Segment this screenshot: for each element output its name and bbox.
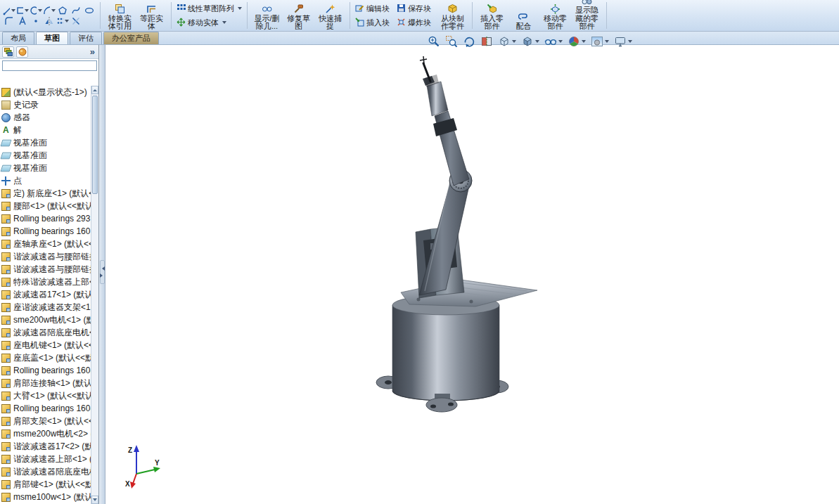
tree-item[interactable]: 视基准面: [0, 162, 91, 174]
tree-filter-input[interactable]: [2, 60, 97, 71]
display-delete-relations-button[interactable]: 显示/删除几...: [251, 0, 283, 32]
tree-item[interactable]: 座谐波减速器支架<1> (: [0, 301, 91, 314]
tree-item[interactable]: Rolling bearings 160:: [0, 225, 91, 238]
tree-item[interactable]: 定) 新底座<1> (默认<: [0, 187, 91, 200]
tree-item[interactable]: Rolling bearings 293:: [0, 212, 91, 225]
tree-item[interactable]: Rolling bearings 160(: [0, 364, 91, 377]
tree-item[interactable]: 解: [0, 124, 91, 136]
tree-item[interactable]: 座电机键<1> (默认<<默: [0, 339, 91, 351]
display-style-icon[interactable]: [520, 34, 541, 49]
sketch-polygon-icon[interactable]: [56, 6, 69, 15]
sketch-spline-icon[interactable]: [70, 6, 82, 15]
mirror-entities-icon[interactable]: [43, 16, 56, 26]
section-view-icon[interactable]: [479, 34, 494, 49]
edit-block-button[interactable]: 编辑块: [355, 4, 390, 14]
configurationmanager-tab-icon[interactable]: [16, 46, 28, 58]
edit-appearance-icon[interactable]: [566, 34, 587, 49]
tree-item[interactable]: 波减速器17<1> (默认<: [0, 288, 91, 301]
tree-item[interactable]: 点: [0, 174, 91, 187]
panel-expand-chevron[interactable]: »: [90, 46, 96, 57]
tree-item[interactable]: 感器: [0, 111, 91, 124]
solidworks-window: 转换实体引用 等距实体 线性草图阵列 移动实体: [0, 0, 839, 504]
linear-pattern-icon[interactable]: [56, 16, 69, 26]
view-settings-icon[interactable]: [613, 34, 634, 49]
zoom-fit-icon[interactable]: [426, 34, 442, 49]
scroll-up-arrow[interactable]: [91, 86, 98, 94]
apply-scene-icon[interactable]: [589, 34, 610, 49]
tree-item[interactable]: 谐波减速器与腰部链接: [0, 250, 91, 263]
tree-item[interactable]: 特殊谐波减速器上部<1: [0, 276, 91, 288]
view-orientation-icon[interactable]: [497, 34, 518, 49]
command-manager-ribbon: 转换实体引用 等距实体 线性草图阵列 移动实体: [0, 0, 839, 32]
tree-item-icon: [1, 366, 11, 375]
zoom-area-icon[interactable]: [444, 34, 459, 49]
convert-entities-button[interactable]: 转换实体引用: [104, 0, 136, 32]
tree-item[interactable]: 视基准面: [0, 149, 91, 162]
tree-item[interactable]: 谐波减速器上部<1> (默: [0, 453, 91, 465]
scroll-down-arrow[interactable]: [91, 496, 98, 504]
panel-splitter[interactable]: [99, 45, 105, 504]
tree-item-label: Rolling bearings 160:: [13, 226, 91, 236]
tab-evaluate[interactable]: 评估: [70, 32, 102, 44]
robot-arm-model: [105, 45, 839, 504]
rotate-view-icon[interactable]: [461, 34, 477, 49]
repair-sketch-icon: [293, 4, 304, 14]
block-edit-group: 编辑块 插入块: [352, 0, 393, 31]
tree-item[interactable]: 腰部<1> (默认<<默认: [0, 200, 91, 212]
scroll-thumb[interactable]: [92, 96, 98, 194]
tree-item[interactable]: msme200w电机<2> (: [0, 427, 91, 440]
tree-item[interactable]: (默认<显示状态-1>): [0, 86, 91, 98]
sketch-arc-icon[interactable]: [43, 6, 56, 15]
tree-item[interactable]: Rolling bearings 160(: [0, 402, 91, 415]
quick-snaps-button[interactable]: 快速捕捉: [314, 0, 346, 32]
tree-item-label: 视基准面: [13, 162, 47, 174]
tree-item[interactable]: 视基准面: [0, 136, 91, 149]
trim-entities-icon[interactable]: [70, 16, 82, 26]
move-component-icon: [550, 4, 561, 14]
tree-scrollbar[interactable]: [91, 86, 98, 504]
panel-splitter-handle[interactable]: [100, 260, 105, 284]
move-component-button[interactable]: 移动零部件: [539, 0, 571, 32]
featuremanager-tab-icon[interactable]: [2, 46, 14, 58]
offset-entities-button[interactable]: 等距实体: [136, 0, 167, 32]
save-block-button[interactable]: 保存块: [397, 4, 431, 14]
linear-sketch-pattern-button[interactable]: 线性草图阵列: [177, 4, 242, 14]
tree-item[interactable]: 肩部连接轴<1> (默认<: [0, 377, 91, 389]
sketch-fillet-icon[interactable]: [3, 16, 15, 26]
tree-item[interactable]: 肩部支架<1> (默认<<: [0, 415, 91, 427]
sketch-point-icon[interactable]: [30, 16, 42, 26]
tab-sketch[interactable]: 草图: [36, 32, 68, 44]
tree-item[interactable]: 谐波减速器17<2> (默: [0, 440, 91, 453]
show-hidden-components-button[interactable]: 显示隐藏的零部件: [571, 0, 603, 32]
explode-block-button[interactable]: 爆炸块: [397, 18, 431, 28]
make-part-from-block-button[interactable]: 从块制作零件: [437, 0, 468, 32]
tab-office-products[interactable]: 办公室产品: [103, 32, 159, 44]
tree-item[interactable]: 谐波减速器与腰部链接: [0, 263, 91, 276]
tree-item[interactable]: 大臂<1> (默认<<默认: [0, 389, 91, 402]
graphics-viewport[interactable]: Z Y X: [105, 45, 839, 504]
sketch-circle-icon[interactable]: [30, 6, 42, 15]
sketch-line-icon[interactable]: [3, 6, 15, 15]
insert-components-button[interactable]: 插入零部件: [476, 0, 508, 32]
tree-item-label: 定) 新底座<1> (默认<: [13, 188, 91, 200]
tree-item[interactable]: 波减速器陪底座电机<2:: [0, 326, 91, 339]
tree-item-label: 肩部键<1> (默认<<默: [13, 479, 91, 491]
tree-item[interactable]: 谐波减速器陪底座电机: [0, 465, 91, 478]
sketch-rectangle-icon[interactable]: [16, 6, 29, 15]
tree-item[interactable]: 史记录: [0, 98, 91, 111]
tree-item[interactable]: 肩部键<1> (默认<<默: [0, 478, 91, 491]
repair-sketch-button[interactable]: 修复草图: [283, 0, 314, 32]
tree-item[interactable]: 座底盖<1> (默认<<默认: [0, 351, 91, 364]
tree-item[interactable]: sme200w电机<1> (默认: [0, 314, 91, 326]
insert-block-button[interactable]: 插入块: [355, 18, 390, 28]
tab-layout[interactable]: 布局: [2, 32, 34, 44]
make-part-group: 从块制作零件: [435, 0, 470, 31]
sketch-text-icon[interactable]: [16, 16, 29, 26]
tree-item-label: 谐波减速器与腰部链接: [13, 264, 91, 276]
tree-item[interactable]: msme100w<1> (默认: [0, 491, 91, 503]
tree-item[interactable]: 座轴承座<1> (默认<<默: [0, 238, 91, 250]
mate-button[interactable]: 配合: [508, 0, 539, 32]
hide-show-items-icon[interactable]: [543, 34, 564, 49]
move-entities-button[interactable]: 移动实体: [177, 18, 242, 28]
sketch-ellipse-icon[interactable]: [83, 6, 96, 15]
